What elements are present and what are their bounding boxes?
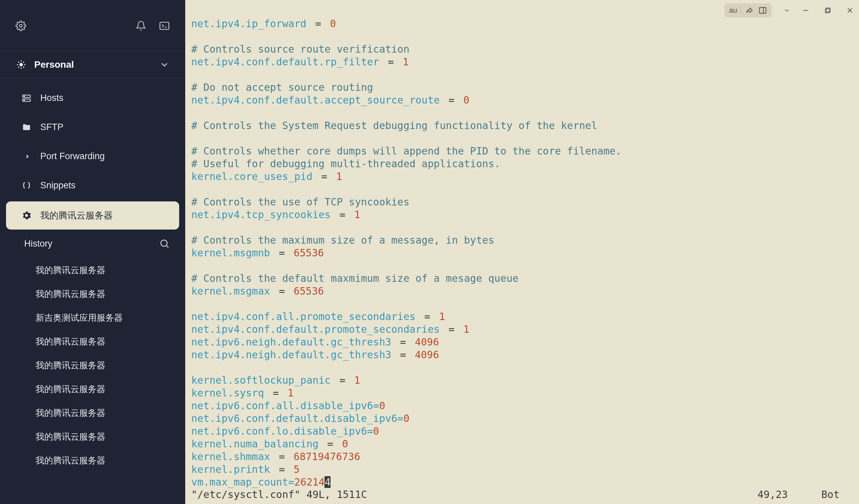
terminal-line: net.ipv4.conf.all.promote_secondaries = … (191, 310, 853, 323)
terminal-line: kernel.numa_balancing = 0 (191, 438, 853, 451)
terminal-line (191, 221, 853, 234)
history-item[interactable]: 我的腾讯云服务器 (0, 449, 185, 473)
gear-fill-icon (21, 210, 32, 221)
terminal-line: net.ipv6.conf.all.disable_ipv6=0 (191, 399, 853, 412)
maximize-icon[interactable] (824, 7, 831, 14)
main: au net.ipv4.ip_forward = 0 # Controls so… (185, 0, 859, 504)
forward-icon (21, 152, 32, 161)
terminal-line: net.ipv4.conf.default.accept_source_rout… (191, 94, 853, 107)
status-scroll: Bot (822, 489, 840, 500)
nav-sftp[interactable]: SFTP (6, 114, 179, 140)
terminal-line: # Controls the default maxmimum size of … (191, 272, 853, 285)
terminal-line: net.ipv6.conf.lo.disable_ipv6=0 (191, 425, 853, 438)
terminal-line (191, 298, 853, 310)
window-controls (802, 7, 854, 14)
nav-label: 我的腾讯云服务器 (40, 209, 113, 221)
chevron-down-icon[interactable] (783, 7, 790, 14)
terminal-line: kernel.softlockup_panic = 1 (191, 374, 853, 387)
share-icon[interactable] (745, 6, 754, 14)
nav: Hosts SFTP Port Forwarding Snippets 我的腾讯… (0, 78, 185, 480)
terminal-line: net.ipv4.conf.default.rp_filter = 1 (191, 56, 853, 68)
svg-rect-9 (759, 7, 766, 13)
terminal-line (191, 68, 853, 81)
svg-point-5 (24, 96, 25, 96)
history-item[interactable]: 我的腾讯云服务器 (0, 330, 185, 353)
svg-point-0 (19, 25, 22, 27)
svg-point-8 (161, 240, 167, 246)
terminal-line: # Controls the maximum size of a message… (191, 234, 853, 247)
search-icon[interactable] (159, 238, 170, 249)
status-file: "/etc/sysctl.conf" 49L, 1511C (191, 489, 367, 500)
terminal-line (191, 361, 853, 374)
chevron-down-icon (159, 59, 170, 70)
history-item[interactable]: 我的腾讯云服务器 (0, 425, 185, 449)
svg-point-2 (19, 63, 23, 66)
svg-point-6 (24, 99, 25, 100)
history-item[interactable]: 我的腾讯云服务器 (0, 353, 185, 377)
workspace-label: Personal (34, 59, 152, 70)
history-item[interactable]: 我的腾讯云服务器 (0, 258, 185, 282)
nav-snippets[interactable]: Snippets (6, 172, 179, 199)
nav-tencent-server[interactable]: 我的腾讯云服务器 (6, 201, 179, 230)
bell-icon[interactable] (136, 20, 146, 31)
hosts-icon (21, 93, 32, 103)
nav-label: Hosts (40, 93, 63, 103)
close-icon[interactable] (846, 7, 854, 14)
terminal-line (191, 30, 853, 43)
history-item[interactable]: 我的腾讯云服务器 (0, 377, 185, 401)
terminal-line: # Controls the System Request debugging … (191, 119, 853, 132)
terminal-line: kernel.shmmax = 68719476736 (191, 451, 853, 463)
nav-label: Port Forwarding (40, 151, 105, 161)
terminal-line: # Controls source route verification (191, 43, 853, 56)
terminal-line: net.ipv6.neigh.default.gc_thresh3 = 4096 (191, 336, 853, 348)
status-position: 49,23 (758, 489, 788, 500)
terminal-line: # Do not accept source routing (191, 81, 853, 94)
terminal-line: net.ipv4.tcp_syncookies = 1 (191, 208, 853, 221)
terminal-line (191, 132, 853, 145)
terminal-line: kernel.sysrq = 1 (191, 387, 853, 399)
svg-rect-1 (160, 22, 169, 29)
terminal-line (191, 107, 853, 119)
history-item[interactable]: 我的腾讯云服务器 (0, 401, 185, 425)
terminal-line (191, 183, 853, 196)
terminal-line: net.ipv4.conf.default.promote_secondarie… (191, 323, 853, 336)
terminal-line: kernel.printk = 5 (191, 463, 853, 476)
terminal-line: # Controls the use of TCP syncookies (191, 196, 853, 208)
terminal[interactable]: net.ipv4.ip_forward = 0 # Controls sourc… (185, 0, 859, 489)
terminal-line: # Controls whether core dumps will appen… (191, 145, 853, 157)
sidebar: Personal Hosts SFTP Port Forwarding (0, 0, 185, 504)
terminal-line: net.ipv4.ip_forward = 0 (191, 17, 853, 30)
terminal-line: kernel.msgmax = 65536 (191, 285, 853, 298)
terminal-icon[interactable] (159, 20, 170, 31)
terminal-line: kernel.core_uses_pid = 1 (191, 170, 853, 183)
panel-controls: au (724, 3, 772, 17)
history-list: 我的腾讯云服务器我的腾讯云服务器新吉奥测试应用服务器我的腾讯云服务器我的腾讯云服… (0, 256, 185, 474)
terminal-line: # Useful for debugging multi-threaded ap… (191, 157, 853, 170)
nav-hosts[interactable]: Hosts (6, 85, 179, 111)
folder-icon (21, 122, 32, 132)
nav-label: SFTP (40, 122, 63, 132)
history-item[interactable]: 我的腾讯云服务器 (0, 282, 185, 306)
terminal-line: kernel.msgmnb = 65536 (191, 247, 853, 259)
terminal-line: vm.max_map_count=262144 (191, 476, 853, 489)
nav-label: History (24, 239, 52, 249)
svg-rect-13 (826, 9, 829, 13)
svg-rect-12 (826, 8, 830, 12)
au-badge: au (729, 6, 741, 15)
nav-history[interactable]: History (0, 231, 185, 256)
workspace-icon (15, 59, 27, 70)
terminal-line: net.ipv4.neigh.default.gc_thresh3 = 4096 (191, 348, 853, 361)
terminal-line: net.ipv6.conf.default.disable_ipv6=0 (191, 412, 853, 425)
layout-split-icon[interactable] (758, 6, 767, 15)
workspace-selector[interactable]: Personal (0, 52, 185, 78)
top-controls: au (724, 3, 854, 17)
history-item[interactable]: 新吉奥测试应用服务器 (0, 306, 185, 330)
nav-label: Snippets (40, 180, 75, 191)
braces-icon (21, 180, 32, 191)
sidebar-top (0, 0, 185, 52)
nav-port-forwarding[interactable]: Port Forwarding (6, 143, 179, 170)
minimize-icon[interactable] (802, 7, 809, 14)
terminal-line (191, 259, 853, 272)
vim-status-line: "/etc/sysctl.conf" 49L, 1511C 49,23 Bot (185, 489, 859, 504)
settings-icon[interactable] (15, 20, 26, 31)
